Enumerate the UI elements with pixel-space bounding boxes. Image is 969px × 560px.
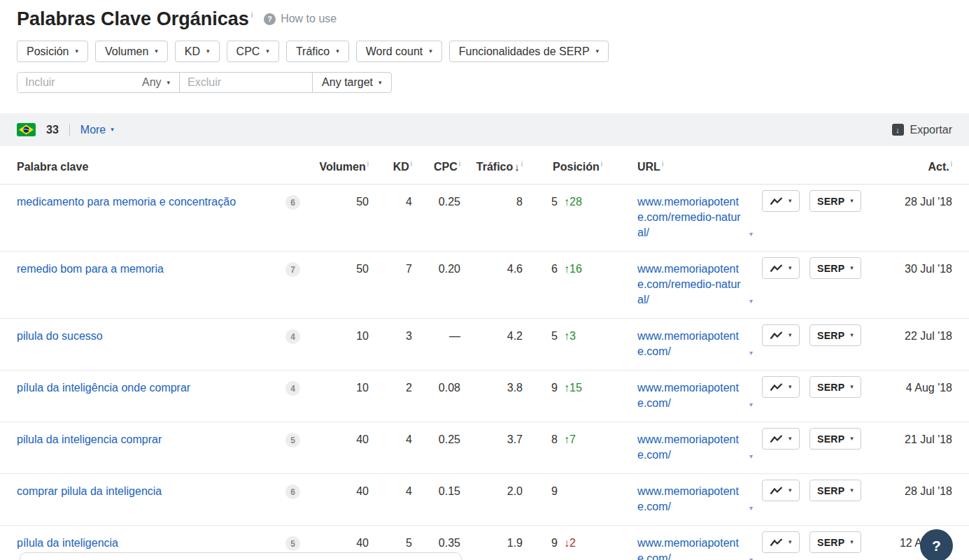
- url-cell: www.memoriapotente.com/remedio-natural/▾: [602, 261, 762, 309]
- word-count-cell: 6: [284, 194, 315, 210]
- how-to-use-label: How to use: [281, 13, 337, 25]
- column-header-updated[interactable]: Act.i: [762, 160, 952, 173]
- chevron-down-icon: ▾: [850, 436, 854, 442]
- serp-button[interactable]: SERP ▾: [809, 376, 861, 398]
- serp-button[interactable]: SERP ▾: [809, 428, 861, 450]
- url-dropdown-icon[interactable]: ▾: [749, 297, 753, 305]
- serp-label: SERP: [817, 196, 844, 207]
- filter-kd-button[interactable]: KD ▾: [175, 41, 220, 62]
- column-header-traffic[interactable]: Tráfico↓i: [460, 160, 523, 173]
- serp-button[interactable]: SERP ▾: [809, 257, 861, 279]
- column-header-kd[interactable]: KDi: [369, 160, 412, 173]
- volume-value: 40: [315, 432, 369, 447]
- organic-keywords-report: Palabras Clave Orgánicas i ? How to use …: [0, 0, 969, 560]
- cpc-value: 0.25: [412, 194, 460, 210]
- position-change: ↑7: [558, 432, 602, 447]
- filter-volumen-button[interactable]: Volumen ▾: [95, 41, 168, 62]
- question-glyph: ?: [932, 538, 941, 554]
- updated-date: 28 Jul '18: [872, 484, 952, 499]
- position-value: 9: [523, 380, 558, 396]
- table-row: pilula da inteligencia comprar 5 40 4 0.…: [0, 422, 969, 474]
- keyword-link[interactable]: medicamento para memoria e concentração: [17, 194, 284, 210]
- position-change: ↑28: [558, 194, 602, 210]
- brazil-flag-icon: [17, 123, 36, 136]
- how-to-use-link[interactable]: ? How to use: [264, 13, 337, 25]
- updated-date: 4 Aug '18: [872, 380, 952, 396]
- volume-value: 40: [315, 484, 369, 499]
- volume-value: 10: [315, 380, 369, 396]
- url-link[interactable]: www.memoriapotente.com/: [637, 484, 747, 515]
- filter-posicion-button[interactable]: Posición ▾: [17, 41, 88, 62]
- position-history-button[interactable]: ▾: [762, 531, 800, 553]
- position-value: 9: [523, 484, 558, 499]
- url-link[interactable]: www.memoriapotente.com/remedio-natural/: [637, 261, 747, 308]
- serp-label: SERP: [817, 263, 844, 274]
- filter-cpc-button[interactable]: CPC ▾: [227, 41, 279, 62]
- chart-cell: ▾: [762, 531, 809, 553]
- position-value: 5: [523, 329, 558, 344]
- keyword-link[interactable]: pílula da inteligencia: [17, 536, 284, 551]
- cpc-value: 0.25: [412, 432, 460, 447]
- filter-serp-features-button[interactable]: Funcionalidades de SERP ▾: [449, 41, 609, 62]
- exclude-input[interactable]: [179, 73, 312, 92]
- more-dropdown[interactable]: More ▾: [80, 124, 114, 136]
- serp-button[interactable]: SERP ▾: [809, 531, 861, 553]
- keyword-link[interactable]: pilula do sucesso: [17, 329, 284, 344]
- column-header-cpc[interactable]: CPCi: [412, 160, 460, 173]
- question-circle-icon: ?: [264, 13, 276, 25]
- url-dropdown-icon[interactable]: ▾: [749, 556, 753, 560]
- chevron-down-icon: ▾: [429, 48, 432, 55]
- position-history-button[interactable]: ▾: [762, 190, 800, 212]
- chevron-down-icon: ▾: [850, 539, 854, 545]
- serp-button[interactable]: SERP ▾: [809, 324, 861, 346]
- include-exclude-bar: Any ▾ Any target ▾: [0, 62, 969, 93]
- url-link[interactable]: www.memoriapotente.com/: [637, 329, 747, 359]
- position-history-button[interactable]: ▾: [762, 428, 800, 450]
- url-dropdown-icon[interactable]: ▾: [749, 349, 753, 357]
- position-history-button[interactable]: ▾: [762, 376, 800, 398]
- url-link[interactable]: www.memoriapotente.com/: [637, 380, 747, 411]
- filter-trafico-button[interactable]: Tráfico ▾: [286, 41, 349, 62]
- url-dropdown-icon[interactable]: ▾: [749, 401, 753, 408]
- url-dropdown-icon[interactable]: ▾: [749, 504, 753, 512]
- url-dropdown-icon[interactable]: ▾: [749, 230, 753, 238]
- keyword-link[interactable]: pílula da inteligência onde comprar: [17, 380, 284, 396]
- serp-cell: SERP ▾: [809, 531, 872, 553]
- position-history-chart-icon: [770, 435, 783, 443]
- filter-word-count-button[interactable]: Word count ▾: [356, 41, 442, 62]
- serp-cell: SERP ▾: [809, 376, 872, 398]
- chevron-down-icon: ▾: [75, 48, 78, 55]
- kd-value: 2: [369, 380, 412, 396]
- cpc-value: 0.08: [412, 380, 460, 396]
- column-header-volume[interactable]: Volumeni: [315, 160, 369, 173]
- info-icon: i: [951, 160, 952, 168]
- serp-button[interactable]: SERP ▾: [809, 480, 861, 501]
- target-mode-dropdown[interactable]: Any target ▾: [312, 73, 390, 92]
- include-mode-dropdown[interactable]: Any ▾: [133, 73, 179, 92]
- keyword-link[interactable]: comprar pilula da inteligencia: [17, 484, 284, 499]
- serp-button[interactable]: SERP ▾: [809, 190, 861, 212]
- position-history-button[interactable]: ▾: [762, 324, 800, 346]
- serp-cell: SERP ▾: [809, 190, 872, 212]
- word-count-badge: 5: [285, 433, 300, 447]
- updated-date: 22 Jul '18: [872, 329, 952, 344]
- position-history-button[interactable]: ▾: [762, 480, 800, 501]
- help-button[interactable]: ?: [920, 529, 953, 560]
- download-arrow-glyph: ↓: [896, 126, 900, 134]
- word-count-cell: 7: [284, 261, 315, 277]
- url-link[interactable]: www.memoriapotente.com/: [637, 432, 747, 463]
- chevron-down-icon: ▾: [850, 332, 854, 338]
- keyword-link[interactable]: pilula da inteligencia comprar: [17, 432, 284, 447]
- chevron-down-icon: ▾: [850, 487, 854, 494]
- url-dropdown-icon[interactable]: ▾: [749, 452, 753, 460]
- url-link[interactable]: www.memoriapotente.com/: [637, 536, 747, 560]
- url-link[interactable]: www.memoriapotente.com/remedio-natural/: [637, 194, 747, 240]
- column-header-position[interactable]: Posicióni: [523, 160, 602, 173]
- keyword-link[interactable]: remedio bom para a memoria: [17, 261, 284, 277]
- url-cell: www.memoriapotente.com/▾: [602, 536, 762, 560]
- page-title: Palabras Clave Orgánicas: [17, 8, 249, 30]
- filter-label: Funcionalidades de SERP: [459, 45, 590, 58]
- include-input[interactable]: [17, 73, 133, 92]
- position-history-button[interactable]: ▾: [762, 257, 800, 279]
- export-button[interactable]: ↓ Exportar: [892, 124, 952, 136]
